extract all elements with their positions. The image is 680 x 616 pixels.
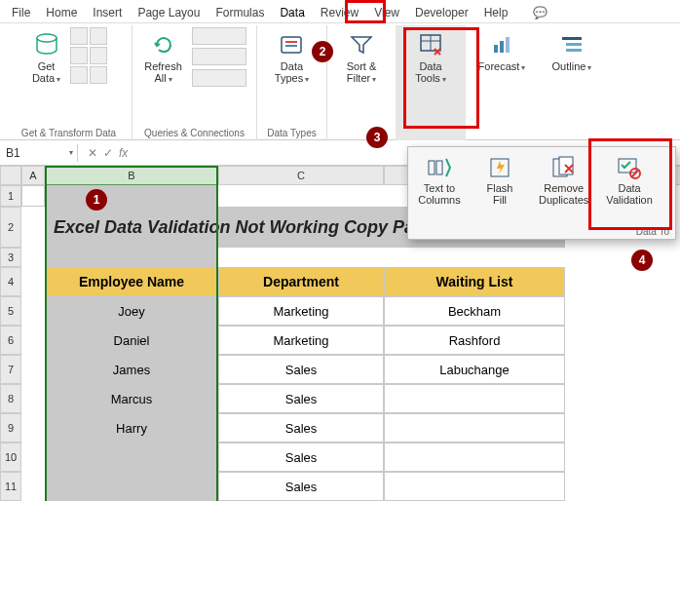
- cell-B5[interactable]: Joey: [45, 296, 218, 326]
- cell-D3[interactable]: [384, 248, 565, 267]
- menu-insert[interactable]: Insert: [85, 4, 130, 21]
- cell-C8[interactable]: Sales: [218, 384, 384, 413]
- cell-B1[interactable]: [45, 185, 218, 207]
- database-icon: [33, 31, 60, 58]
- enter-icon[interactable]: ✓: [103, 146, 113, 160]
- menu-file[interactable]: File: [4, 4, 38, 21]
- menu-developer[interactable]: Developer: [407, 4, 476, 21]
- cell-A7[interactable]: [21, 355, 45, 384]
- cell-rest5: [565, 296, 680, 326]
- get-data-small-icons[interactable]: [70, 27, 111, 84]
- row-header-5[interactable]: 5: [0, 296, 21, 326]
- menu-view[interactable]: View: [366, 4, 407, 21]
- svg-rect-13: [429, 161, 434, 174]
- cell-A2[interactable]: [21, 207, 45, 248]
- cell-B6[interactable]: Daniel: [45, 326, 218, 355]
- refresh-all-button[interactable]: Refresh All: [138, 27, 188, 88]
- cell-A10[interactable]: [21, 443, 45, 472]
- flash-fill-button[interactable]: Flash Fill: [474, 151, 525, 221]
- data-tools-button[interactable]: Data Tools: [409, 27, 452, 88]
- data-validation-button[interactable]: Data Validation: [602, 151, 657, 221]
- cell-A11[interactable]: [21, 472, 45, 501]
- outline-icon: [558, 31, 586, 58]
- col-header-C[interactable]: C: [218, 166, 384, 185]
- cell-rest11: [565, 472, 680, 501]
- name-box[interactable]: B1: [0, 144, 78, 162]
- cell-A4[interactable]: [21, 267, 45, 296]
- row-header-7[interactable]: 7: [0, 355, 21, 384]
- row-header-6[interactable]: 6: [0, 326, 21, 355]
- sort-filter-button[interactable]: Sort & Filter: [341, 27, 383, 88]
- menu-formulas[interactable]: Formulas: [208, 4, 272, 21]
- cell-D8[interactable]: [384, 384, 565, 413]
- cell-C3[interactable]: [218, 248, 384, 267]
- cell-rest4: [565, 267, 680, 296]
- menu-help[interactable]: Help: [476, 4, 516, 21]
- cell-C10[interactable]: Sales: [218, 443, 384, 472]
- cancel-icon[interactable]: ✕: [88, 146, 97, 160]
- text-to-columns-button[interactable]: Text to Columns: [414, 151, 465, 221]
- header-emp-name[interactable]: Employee Name: [45, 267, 218, 296]
- cell-C7[interactable]: Sales: [218, 355, 384, 384]
- queries-small-icons[interactable]: [192, 27, 250, 88]
- menu-review[interactable]: Review: [313, 4, 366, 21]
- row-header-9[interactable]: 9: [0, 413, 21, 443]
- row-header-8[interactable]: 8: [0, 384, 21, 413]
- cell-B10[interactable]: [45, 443, 218, 472]
- cell-D10[interactable]: [384, 443, 565, 472]
- cell-D11[interactable]: [384, 472, 565, 501]
- row-header-1[interactable]: 1: [0, 185, 21, 207]
- menu-data[interactable]: Data: [272, 4, 312, 21]
- cell-B3[interactable]: [45, 248, 218, 267]
- data-types-button[interactable]: Data Types: [269, 27, 315, 88]
- cell-C11[interactable]: Sales: [218, 472, 384, 501]
- get-data-button[interactable]: Get Data: [26, 27, 66, 88]
- cell-C6[interactable]: Marketing: [218, 326, 384, 355]
- cell-C9[interactable]: Sales: [218, 413, 384, 443]
- col-header-A[interactable]: A: [21, 166, 45, 185]
- remove-duplicates-button[interactable]: Remove Duplicates: [535, 151, 592, 221]
- menu-home[interactable]: Home: [38, 4, 85, 21]
- cell-rest3: [565, 248, 680, 267]
- cell-A3[interactable]: [21, 248, 45, 267]
- cell-B9[interactable]: Harry: [45, 413, 218, 443]
- row-header-2[interactable]: 2: [0, 207, 21, 248]
- cell-D9[interactable]: [384, 413, 565, 443]
- header-waiting[interactable]: Waiting List: [384, 267, 565, 296]
- cell-D7[interactable]: Labuchange: [384, 355, 565, 384]
- cell-A6[interactable]: [21, 326, 45, 355]
- menu-comments-icon[interactable]: 💬: [525, 4, 555, 21]
- col-header-B[interactable]: B: [45, 166, 218, 185]
- svg-rect-8: [500, 41, 504, 53]
- cell-D5[interactable]: Beckham: [384, 296, 565, 326]
- cell-D6[interactable]: Rashford: [384, 326, 565, 355]
- cell-C5[interactable]: Marketing: [218, 296, 384, 326]
- cell-A9[interactable]: [21, 413, 45, 443]
- group-sortfilter: Sort & Filter: [327, 25, 396, 140]
- formula-bar-buttons: ✕ ✓ fx: [78, 146, 137, 160]
- fx-icon[interactable]: fx: [119, 146, 128, 160]
- row-header-4[interactable]: 4: [0, 267, 21, 296]
- cell-B7[interactable]: James: [45, 355, 218, 384]
- row-header-10[interactable]: 10: [0, 443, 21, 472]
- svg-rect-9: [506, 37, 510, 53]
- row-header-3[interactable]: 3: [0, 248, 21, 267]
- cell-A1[interactable]: [21, 185, 45, 207]
- cell-A5[interactable]: [21, 296, 45, 326]
- svg-rect-2: [285, 41, 297, 43]
- header-department[interactable]: Department: [218, 267, 384, 296]
- cell-B11[interactable]: [45, 472, 218, 501]
- badge-1: 1: [86, 189, 107, 211]
- data-tools-icon: [417, 31, 444, 58]
- cell-B8[interactable]: Marcus: [45, 384, 218, 413]
- remove-duplicates-icon: [551, 155, 577, 180]
- cell-C1[interactable]: [218, 185, 384, 207]
- outline-button[interactable]: Outline: [547, 27, 598, 76]
- svg-rect-14: [436, 161, 442, 174]
- cell-A8[interactable]: [21, 384, 45, 413]
- select-all-corner[interactable]: [0, 166, 21, 185]
- row-header-11[interactable]: 11: [0, 472, 21, 501]
- forecast-button[interactable]: Forecast: [472, 27, 532, 76]
- svg-rect-10: [562, 37, 582, 40]
- menu-pagelayout[interactable]: Page Layou: [130, 4, 208, 21]
